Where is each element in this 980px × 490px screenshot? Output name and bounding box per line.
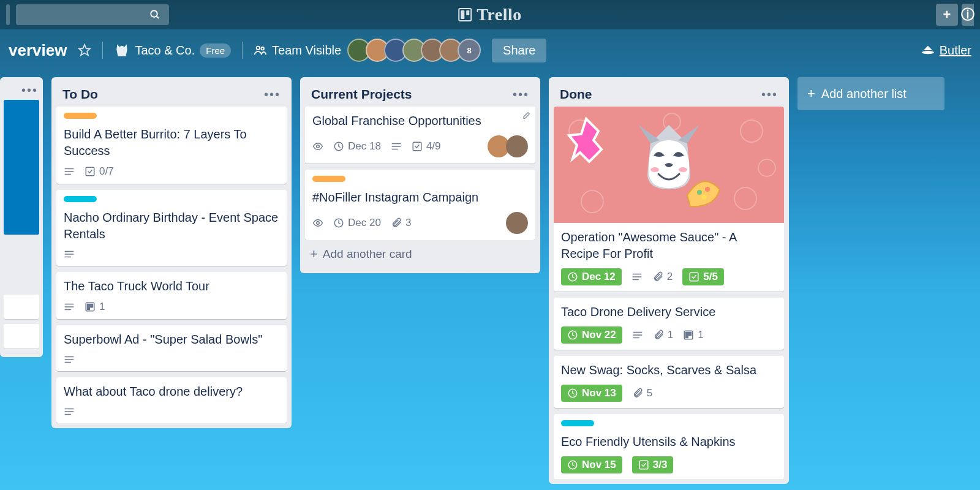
check-badge: 3/3 — [632, 456, 674, 473]
board-header: verview Taco & Co. Free Team Visible 8 S… — [0, 29, 980, 71]
svg-marker-2 — [79, 45, 90, 55]
svg-point-5 — [922, 51, 934, 54]
badge-text: Nov 13 — [582, 387, 616, 399]
list-menu-icon[interactable]: ••• — [513, 88, 529, 102]
team-chip[interactable]: Taco & Co. Free — [114, 42, 231, 58]
divider — [102, 42, 103, 59]
search-box[interactable] — [16, 4, 169, 25]
desc-badge — [631, 271, 643, 282]
card-label-sky[interactable] — [64, 196, 97, 202]
add-card-button[interactable]: +Add another card — [305, 240, 535, 268]
card-peek[interactable] — [4, 100, 39, 235]
list-title[interactable]: Done — [560, 87, 592, 102]
card[interactable]: Operation "Awesome Sauce" - A Recipe For… — [554, 107, 784, 292]
star-icon[interactable] — [78, 43, 91, 57]
card-members — [491, 135, 528, 157]
badge-text: 5 — [647, 387, 652, 399]
card-label-orange[interactable] — [64, 113, 97, 119]
list-menu-icon[interactable]: ••• — [761, 88, 778, 102]
card-badges: Dec 1225/5 — [561, 268, 777, 285]
svg-point-4 — [261, 47, 264, 50]
badge-text: 1 — [698, 329, 703, 341]
card-title: #NoFiller Instagram Campaign — [312, 189, 528, 206]
card-badges — [64, 249, 279, 260]
card-badges: Dec 184/9 — [312, 135, 528, 157]
butler-label: Butler — [940, 43, 971, 58]
card-title: New Swag: Socks, Scarves & Salsa — [561, 362, 777, 379]
svg-rect-49 — [690, 273, 699, 281]
badge-text: 3/3 — [653, 459, 668, 471]
board-name[interactable]: verview — [9, 41, 67, 60]
card[interactable]: What about Taco drone delivery? — [56, 377, 287, 423]
create-button[interactable]: + — [936, 4, 958, 26]
share-button[interactable]: Share — [492, 39, 546, 62]
plan-badge: Free — [200, 43, 231, 58]
attach-badge: 2 — [652, 271, 673, 283]
card-title: Eco Friendly Utensils & Napkins — [561, 434, 777, 450]
card[interactable]: New Swag: Socks, Scarves & SalsaNov 135 — [554, 356, 784, 408]
card-badges: Nov 153/3 — [561, 456, 777, 473]
butler-link[interactable]: Butler — [921, 43, 971, 58]
card[interactable]: Eco Friendly Utensils & NapkinsNov 153/3 — [554, 414, 784, 479]
due-badge: Dec 18 — [333, 140, 381, 153]
pencil-icon[interactable] — [522, 111, 530, 120]
member-avatar[interactable] — [506, 212, 528, 234]
list-title[interactable]: To Do — [62, 87, 98, 102]
plus-icon: + — [943, 7, 951, 23]
card-badges: 0/7 — [64, 165, 279, 178]
card-title: Nacho Ordinary Birthday - Event Space Re… — [64, 209, 279, 243]
desc-badge — [391, 141, 402, 152]
desc-badge — [64, 249, 75, 260]
card-label-sky[interactable] — [561, 420, 594, 426]
card-peek[interactable] — [4, 295, 39, 319]
check-badge: 4/9 — [412, 140, 441, 153]
member-avatar[interactable] — [506, 135, 528, 157]
svg-rect-17 — [88, 304, 90, 310]
member-avatars[interactable]: 8 — [352, 39, 481, 62]
list-menu-icon[interactable]: ••• — [264, 88, 281, 102]
card-badges — [64, 406, 279, 417]
svg-rect-30 — [413, 142, 421, 151]
board: ••• To Do •••Build A Better Burrito: 7 L… — [0, 71, 980, 490]
desc-badge — [64, 166, 75, 177]
card-title: The Taco Truck World Tour — [64, 278, 279, 295]
info-button[interactable]: ⓘ — [962, 4, 974, 26]
trello-badge: 1 — [85, 301, 105, 313]
card[interactable]: #NoFiller Instagram CampaignDec 203 — [305, 170, 535, 240]
card[interactable]: The Taco Truck World Tour1 — [56, 272, 287, 319]
badge-text: 1 — [668, 329, 673, 341]
list-peek[interactable]: ••• — [0, 77, 43, 357]
card[interactable]: Build A Better Burrito: 7 Layers To Succ… — [56, 107, 287, 184]
card-title: Build A Better Burrito: 7 Layers To Succ… — [64, 126, 279, 159]
card-label-orange[interactable] — [312, 176, 345, 182]
app-logo[interactable]: Trello — [458, 5, 522, 24]
badge-text: 1 — [99, 301, 105, 313]
list: Current Projects •••Global Franchise Opp… — [300, 77, 540, 273]
card[interactable]: Global Franchise OpportunitiesDec 184/9 — [305, 107, 535, 164]
due-badge: Dec 20 — [333, 217, 381, 229]
list-title[interactable]: Current Projects — [311, 87, 412, 102]
plus-icon: + — [807, 86, 815, 102]
due-badge: Nov 13 — [561, 385, 622, 402]
attach-badge: 3 — [391, 217, 411, 229]
card[interactable]: Taco Drone Delivery ServiceNov 2211 — [554, 298, 784, 350]
svg-point-3 — [257, 47, 260, 50]
trello-logo-icon — [458, 8, 472, 21]
card[interactable]: Superbowl Ad - "Super Salad Bowls" — [56, 325, 287, 371]
member-overflow[interactable]: 8 — [458, 39, 481, 62]
card[interactable]: Nacho Ordinary Birthday - Event Space Re… — [56, 190, 287, 266]
svg-rect-55 — [686, 333, 688, 338]
svg-rect-9 — [86, 167, 94, 176]
desc-badge — [64, 301, 75, 312]
badge-text: Nov 22 — [582, 329, 616, 341]
card-members — [510, 212, 528, 234]
card-cover — [554, 107, 784, 223]
add-list-button[interactable]: +Add another list — [797, 77, 944, 110]
card-peek[interactable] — [4, 324, 39, 349]
boards-button[interactable] — [6, 4, 10, 25]
visibility-button[interactable]: Team Visible — [254, 43, 341, 58]
divider — [242, 42, 243, 59]
card-title: What about Taco drone delivery? — [64, 383, 279, 400]
list-menu-icon[interactable]: ••• — [21, 83, 38, 97]
share-label: Share — [503, 43, 535, 57]
